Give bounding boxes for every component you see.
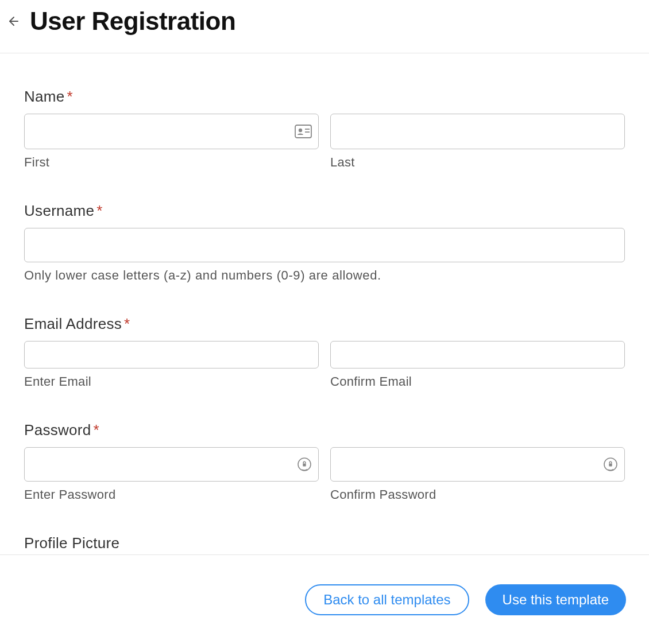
- back-arrow-button[interactable]: [6, 13, 22, 29]
- back-to-templates-button[interactable]: Back to all templates: [305, 584, 469, 615]
- email-input[interactable]: [24, 341, 319, 368]
- profile-picture-group: Profile Picture: [24, 534, 625, 552]
- last-name-input[interactable]: [330, 114, 625, 149]
- use-template-button[interactable]: Use this template: [485, 584, 626, 615]
- required-asterisk: *: [124, 315, 130, 332]
- password-label: Password*: [24, 421, 625, 439]
- email-label: Email Address*: [24, 315, 625, 333]
- arrow-left-icon: [7, 14, 21, 28]
- username-input[interactable]: [24, 228, 625, 262]
- form-container: Name* First: [0, 53, 649, 608]
- email-label-text: Email Address: [24, 315, 122, 332]
- required-asterisk: *: [67, 88, 73, 105]
- name-label-text: Name: [24, 88, 65, 105]
- username-label: Username*: [24, 202, 625, 220]
- password-input[interactable]: [24, 447, 319, 482]
- name-group: Name* First: [24, 88, 625, 170]
- username-group: Username* Only lower case letters (a-z) …: [24, 202, 625, 283]
- confirm-email-sublabel: Confirm Email: [330, 374, 625, 389]
- username-helper: Only lower case letters (a-z) and number…: [24, 268, 625, 283]
- confirm-password-input[interactable]: [330, 447, 625, 482]
- last-name-sublabel: Last: [330, 155, 625, 170]
- profile-picture-label: Profile Picture: [24, 534, 625, 552]
- password-group: Password* Enter Passwor: [24, 421, 625, 502]
- password-sublabel: Enter Password: [24, 487, 319, 502]
- required-asterisk: *: [94, 421, 99, 439]
- page-title: User Registration: [30, 7, 235, 36]
- email-group: Email Address* Enter Email Confirm Email: [24, 315, 625, 389]
- footer-bar: Back to all templates Use this template: [0, 554, 649, 644]
- password-label-text: Password: [24, 421, 91, 439]
- name-label: Name*: [24, 88, 625, 106]
- page-header: User Registration: [0, 0, 649, 53]
- first-name-sublabel: First: [24, 155, 319, 170]
- confirm-password-sublabel: Confirm Password: [330, 487, 625, 502]
- username-label-text: Username: [24, 202, 94, 219]
- confirm-email-input[interactable]: [330, 341, 625, 368]
- email-sublabel: Enter Email: [24, 374, 319, 389]
- first-name-input[interactable]: [24, 114, 319, 149]
- required-asterisk: *: [96, 202, 102, 219]
